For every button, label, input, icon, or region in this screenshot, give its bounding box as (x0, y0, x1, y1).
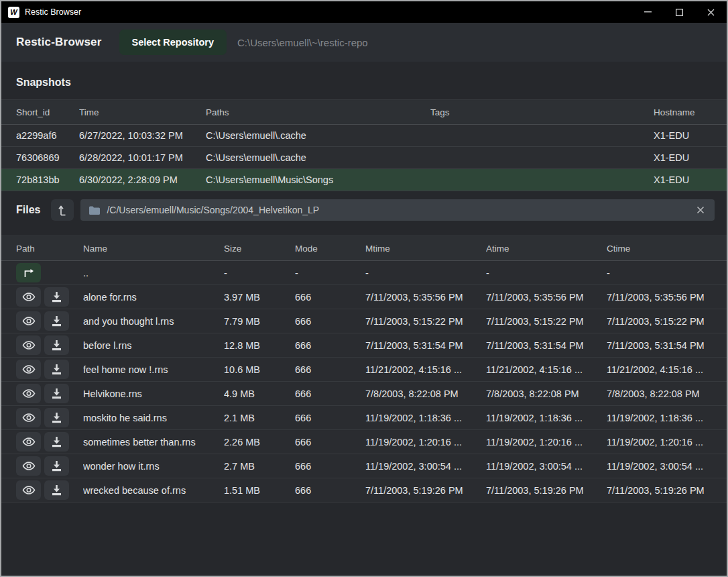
snapshot-row[interactable]: 763068696/28/2022, 10:01:17 PMC:\Users\e… (1, 147, 727, 169)
parent-directory-button[interactable] (16, 263, 41, 282)
view-file-button[interactable] (16, 456, 41, 476)
files-title: Files (16, 204, 40, 216)
current-path-bar[interactable]: /C/Users/emuell/Music/Songs/2004_Helveti… (80, 199, 715, 221)
column-header-paths[interactable]: Paths (206, 107, 430, 117)
column-header-tags[interactable]: Tags (430, 107, 654, 117)
column-header-mode[interactable]: Mode (295, 244, 365, 254)
file-size: 10.6 MB (224, 364, 295, 375)
file-row[interactable]: wonder how it.rns2.7 MB66611/19/2002, 3:… (1, 454, 727, 478)
view-file-button[interactable] (16, 432, 41, 452)
minimize-icon (644, 11, 652, 13)
download-file-button[interactable] (44, 384, 69, 403)
file-mode: 666 (295, 388, 365, 399)
snapshots-section-header: Snapshots (1, 62, 727, 99)
snapshot-paths: C:\Users\emuell\Music\Songs (206, 174, 430, 185)
file-name: alone for.rns (83, 292, 224, 303)
column-header-mtime[interactable]: Mtime (365, 244, 486, 254)
file-size: 4.9 MB (224, 388, 295, 399)
file-ctime: 7/11/2003, 5:19:26 PM (607, 485, 712, 496)
snapshots-title: Snapshots (16, 76, 71, 88)
file-actions (16, 360, 83, 379)
file-mtime: 7/11/2003, 5:15:22 PM (365, 316, 486, 327)
files-table-header: Path Name Size Mode Mtime Atime Ctime (1, 235, 727, 261)
download-icon (52, 413, 62, 423)
file-row[interactable]: feel home now !.rns10.6 MB66611/21/2002,… (1, 358, 727, 382)
column-header-size[interactable]: Size (224, 244, 295, 254)
snapshot-time: 6/27/2022, 10:03:32 PM (79, 130, 206, 141)
file-atime: 11/19/2002, 1:20:16 ... (486, 437, 607, 448)
close-button[interactable] (695, 1, 727, 23)
file-mode: 666 (295, 437, 365, 448)
download-file-button[interactable] (44, 456, 69, 476)
download-file-button[interactable] (44, 287, 69, 307)
file-actions (16, 287, 83, 307)
file-atime: 11/19/2002, 3:00:54 ... (486, 461, 607, 472)
view-file-button[interactable] (16, 311, 41, 331)
file-name: sometimes better than.rns (83, 437, 224, 448)
view-file-button[interactable] (16, 384, 41, 403)
maximize-button[interactable] (664, 1, 695, 23)
download-file-button[interactable] (44, 360, 69, 379)
file-atime: 7/11/2003, 5:31:54 PM (486, 340, 607, 351)
app-icon: W (8, 7, 19, 18)
file-mtime: 7/8/2003, 8:22:08 PM (365, 388, 486, 399)
empty-area (1, 503, 727, 576)
file-mode: 666 (295, 316, 365, 327)
view-file-button[interactable] (16, 335, 41, 355)
view-file-button[interactable] (16, 480, 41, 500)
file-name: .. (83, 268, 224, 278)
snapshot-time: 6/28/2022, 10:01:17 PM (79, 152, 206, 163)
file-row[interactable]: sometimes better than.rns2.26 MB66611/19… (1, 430, 727, 454)
file-ctime: 7/11/2003, 5:35:56 PM (607, 292, 712, 303)
download-file-button[interactable] (44, 480, 69, 500)
eye-icon (22, 340, 36, 350)
file-actions (16, 263, 83, 282)
view-file-button[interactable] (16, 408, 41, 427)
file-row-parent-dir[interactable]: ..----- (1, 261, 727, 285)
files-section-header: Files /C/Users/emuell/Music/Songs/2004_H… (1, 191, 727, 227)
file-mtime: 7/11/2003, 5:35:56 PM (365, 292, 486, 303)
file-atime: 11/19/2002, 1:18:36 ... (486, 413, 607, 423)
file-ctime: 11/19/2002, 3:00:54 ... (607, 461, 712, 472)
view-file-button[interactable] (16, 287, 41, 307)
file-size: 2.7 MB (224, 461, 295, 472)
snapshot-row[interactable]: a2299af66/27/2022, 10:03:32 PMC:\Users\e… (1, 125, 727, 147)
file-row[interactable]: and you thought l.rns7.79 MB6667/11/2003… (1, 309, 727, 333)
file-size: 7.79 MB (224, 316, 295, 327)
download-icon (52, 292, 62, 303)
view-file-button[interactable] (16, 360, 41, 379)
snapshot-short-id: 72b813bb (16, 174, 79, 185)
file-row[interactable]: alone for.rns3.97 MB6667/11/2003, 5:35:5… (1, 285, 727, 309)
files-root-button[interactable] (51, 199, 74, 221)
column-header-name[interactable]: Name (83, 244, 224, 254)
repository-path: C:\Users\emuell\~\restic-repo (237, 37, 368, 48)
column-header-path[interactable]: Path (16, 244, 83, 254)
file-size: 12.8 MB (224, 340, 295, 351)
clear-path-button[interactable] (695, 205, 706, 215)
download-file-button[interactable] (44, 408, 69, 427)
file-atime: - (486, 268, 607, 278)
file-mode: 666 (295, 292, 365, 303)
file-row[interactable]: Helvikone.rns4.9 MB6667/8/2003, 8:22:08 … (1, 382, 727, 406)
eye-icon (22, 461, 36, 471)
file-row[interactable]: wrecked because of.rns1.51 MB6667/11/200… (1, 478, 727, 503)
file-row[interactable]: before l.rns12.8 MB6667/11/2003, 5:31:54… (1, 333, 727, 358)
download-file-button[interactable] (44, 432, 69, 452)
file-name: before l.rns (83, 340, 224, 351)
snapshot-row[interactable]: 72b813bb6/30/2022, 2:28:09 PMC:\Users\em… (1, 169, 727, 191)
clear-path-x-icon (696, 206, 705, 214)
column-header-short-id[interactable]: Short_id (16, 107, 79, 117)
column-header-time[interactable]: Time (79, 107, 206, 117)
download-file-button[interactable] (44, 311, 69, 331)
close-icon (707, 9, 715, 16)
column-header-atime[interactable]: Atime (486, 244, 607, 254)
minimize-button[interactable] (632, 1, 664, 23)
download-icon (52, 364, 62, 375)
file-row[interactable]: moskito he said.rns2.1 MB66611/19/2002, … (1, 406, 727, 430)
column-header-ctime[interactable]: Ctime (607, 244, 712, 254)
file-atime: 11/21/2002, 4:15:16 ... (486, 364, 607, 375)
select-repository-button[interactable]: Select Repository (119, 30, 227, 55)
download-file-button[interactable] (44, 335, 69, 355)
column-header-hostname[interactable]: Hostname (654, 107, 712, 117)
file-size: 1.51 MB (224, 485, 295, 496)
